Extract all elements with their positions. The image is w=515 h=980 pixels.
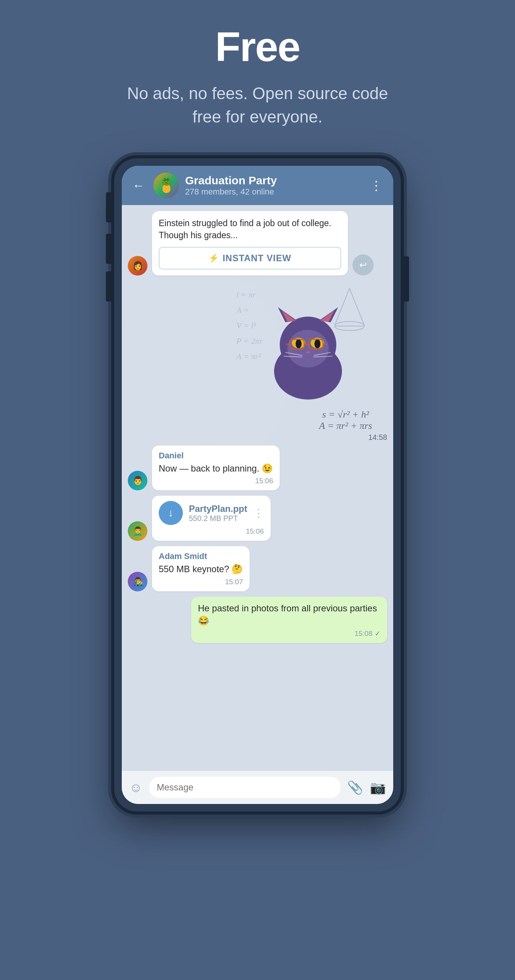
attach-button[interactable]: 📎 bbox=[347, 780, 363, 795]
message-time: 15:06 bbox=[255, 477, 273, 485]
table-row: 👩 Einstein struggled to find a job out o… bbox=[128, 211, 387, 275]
file-meta: 15:06 bbox=[159, 527, 264, 536]
message-text: Now — back to planning. 😉 bbox=[159, 462, 273, 475]
avatar-emoji: 🍍 bbox=[158, 178, 175, 193]
sticker-time: 14:58 bbox=[368, 433, 387, 442]
article-bubble: Einstein struggled to find a job out of … bbox=[152, 211, 348, 275]
message-check-icon: ✓ bbox=[375, 630, 380, 638]
message-meta: 15:06 bbox=[159, 477, 273, 485]
message-text: He pasted in photos from all previous pa… bbox=[198, 602, 380, 627]
message-bubble: Daniel Now — back to planning. 😉 15:06 bbox=[152, 445, 280, 491]
svg-marker-0 bbox=[335, 288, 365, 326]
message-input[interactable] bbox=[149, 777, 340, 798]
download-icon[interactable]: ↓ bbox=[159, 501, 183, 525]
hero-subtitle: No ads, no fees. Open source code free f… bbox=[116, 82, 399, 128]
avatar: 👨‍🦱 bbox=[128, 521, 147, 541]
message-time: 15:07 bbox=[225, 578, 243, 586]
chat-group-status: 278 members, 42 online bbox=[185, 187, 361, 197]
sticker-area: l = πr A = V = l³ P = 2πr A = πr² bbox=[229, 281, 387, 424]
article-preview-text: Einstein struggled to find a job out of … bbox=[159, 217, 341, 241]
avatar: 👨 bbox=[128, 471, 147, 490]
instant-view-label: INSTANT VIEW bbox=[222, 253, 291, 264]
chat-group-name: Graduation Party bbox=[185, 174, 361, 187]
file-info: PartyPlan.ppt 550.2 MB PPT bbox=[189, 504, 247, 523]
back-button[interactable]: ← bbox=[129, 179, 147, 192]
chat-header: ← 🍍 Graduation Party 278 members, 42 onl… bbox=[122, 166, 393, 205]
file-row: ↓ PartyPlan.ppt 550.2 MB PPT ⋮ bbox=[159, 501, 264, 525]
camera-button[interactable]: 📷 bbox=[370, 780, 386, 795]
message-meta: 15:08 ✓ bbox=[198, 630, 380, 638]
avatar: 👨‍🎤 bbox=[128, 572, 147, 592]
hero-title: Free bbox=[215, 22, 300, 70]
file-name: PartyPlan.ppt bbox=[189, 504, 247, 514]
message-sender: Daniel bbox=[159, 451, 273, 461]
table-row: 👨‍🦱 ↓ PartyPlan.ppt 550.2 MB PPT ⋮ 15:06 bbox=[128, 496, 387, 541]
chat-body: 👩 Einstein struggled to find a job out o… bbox=[122, 205, 393, 770]
sticker-message: l = πr A = V = l³ P = 2πr A = πr² bbox=[128, 281, 387, 442]
lightning-icon: ⚡ bbox=[209, 253, 218, 263]
chat-info: Graduation Party 278 members, 42 online bbox=[185, 174, 361, 197]
own-message-bubble: He pasted in photos from all previous pa… bbox=[191, 597, 387, 643]
article-content: Einstein struggled to find a job out of … bbox=[152, 211, 348, 275]
table-row: 👨 Daniel Now — back to planning. 😉 15:06 bbox=[128, 445, 387, 491]
message-meta: 15:07 bbox=[159, 578, 243, 586]
message-bubble: Adam Smidt 550 MB keynote? 🤔 15:07 bbox=[152, 546, 250, 592]
cone-decoration bbox=[335, 288, 365, 334]
message-input-bar: ☺ 📎 📷 bbox=[122, 770, 393, 804]
phone-mockup: ← 🍍 Graduation Party 278 members, 42 onl… bbox=[114, 158, 401, 811]
file-more-button[interactable]: ⋮ bbox=[254, 507, 264, 519]
emoji-button[interactable]: ☺ bbox=[129, 780, 142, 795]
message-text: 550 MB keynote? 🤔 bbox=[159, 563, 243, 576]
file-bubble: ↓ PartyPlan.ppt 550.2 MB PPT ⋮ 15:06 bbox=[152, 496, 271, 541]
file-time: 15:06 bbox=[246, 527, 264, 536]
message-sender: Adam Smidt bbox=[159, 551, 243, 561]
table-row: He pasted in photos from all previous pa… bbox=[128, 597, 387, 643]
file-size: 550.2 MB PPT bbox=[189, 514, 247, 523]
instant-view-button[interactable]: ⚡ INSTANT VIEW bbox=[159, 247, 341, 269]
forward-button[interactable]: ↩ bbox=[352, 255, 374, 275]
table-row: 👨‍🎤 Adam Smidt 550 MB keynote? 🤔 15:07 bbox=[128, 546, 387, 592]
avatar: 👩 bbox=[128, 256, 147, 275]
chat-group-avatar: 🍍 bbox=[153, 173, 179, 198]
phone-screen: ← 🍍 Graduation Party 278 members, 42 onl… bbox=[122, 166, 393, 804]
more-options-button[interactable]: ⋮ bbox=[367, 178, 386, 193]
message-time: 15:08 bbox=[354, 630, 373, 638]
